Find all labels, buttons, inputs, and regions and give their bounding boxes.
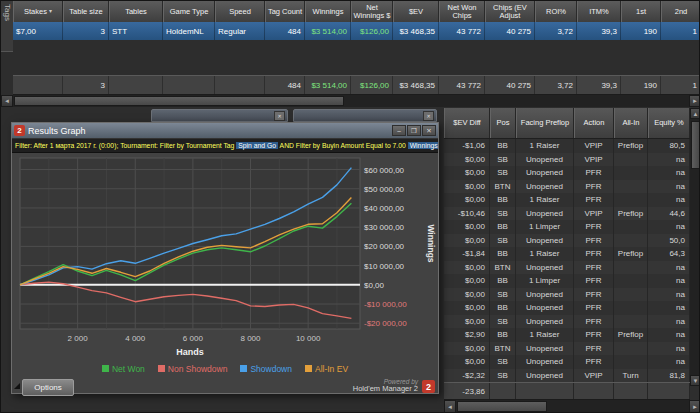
options-button[interactable]: Options [22, 379, 74, 396]
ev-table-row[interactable]: $0,00BB1 LimperPFRna [444, 274, 690, 288]
ev-column-header-action[interactable]: Action [574, 108, 614, 138]
top-table-horizontal-scrollbar[interactable]: ◄ ► [1, 95, 700, 107]
column-header-net-won-chips[interactable]: Net Won Chips [439, 1, 485, 22]
ev-column-header-all-in[interactable]: All-In [614, 108, 648, 138]
ev-cell: PFR [574, 261, 614, 275]
scroll-right-icon[interactable]: ► [689, 400, 700, 413]
column-header-roi[interactable]: ROI% [535, 1, 577, 22]
ev-table-row[interactable]: $0,00SBUnopenedPFRna [444, 288, 690, 302]
ev-table-row[interactable]: $0,00SBUnopenedVPIPna [444, 153, 690, 167]
stakes-row-cell[interactable]: $3 468,35 [393, 22, 439, 40]
ev-table-row[interactable]: $0,00BBUnopenedPFRna [444, 301, 690, 315]
ev-table-row[interactable]: $0,00BTNUnopenedPFRna [444, 342, 690, 356]
ev-table-row[interactable]: -$1,84BB1 RaiserPFRPreflop64,3 [444, 247, 690, 261]
resize-grip-icon[interactable] [14, 383, 20, 389]
stakes-row-cell[interactable]: $7,00 [13, 22, 63, 40]
ev-table-row[interactable]: $0,00BTNUnopenedPFRna [444, 261, 690, 275]
ev-cell: na [648, 180, 690, 194]
ev-cell: SB [490, 288, 516, 302]
stakes-table-totals-row: 3484$3 514,00$126,00$3 468,3543 77240 27… [13, 75, 700, 95]
legend-item-all-in-ev[interactable]: All-In EV [305, 364, 348, 374]
ev-table-row[interactable]: -$1,06BB1 RaiserVPIPPreflop80,5 [444, 139, 690, 153]
y-tick-label: $10 000,00 [364, 262, 405, 271]
ev-table-row[interactable]: $0,00SBUnopenedPFR50,0 [444, 234, 690, 248]
ev-cell: na [648, 301, 690, 315]
scrollbar-thumb[interactable] [14, 96, 344, 106]
maximize-icon[interactable]: ❐ [407, 125, 421, 136]
column-header-itm[interactable]: ITM% [577, 1, 621, 22]
ev-table-vertical-scrollbar[interactable]: ▲ ▼ [690, 108, 700, 386]
stakes-row-cell[interactable]: 190 [621, 22, 661, 40]
ev-column-header-pos[interactable]: Pos [490, 108, 516, 138]
stakes-row-cell[interactable]: 40 275 [485, 22, 535, 40]
ev-cell [614, 274, 648, 288]
ev-column-header-equity[interactable]: Equity % [648, 108, 690, 138]
scroll-left-icon[interactable]: ◄ [444, 400, 456, 413]
scroll-left-icon[interactable]: ◄ [1, 95, 13, 107]
legend-item-net-won[interactable]: Net Won [102, 364, 145, 374]
ev-cell: na [648, 274, 690, 288]
column-header-game-type[interactable]: Game Type [163, 1, 215, 22]
column-header-net-winnings[interactable]: Net Winnings $ [351, 1, 393, 22]
ev-table-row[interactable]: $2,90BB1 RaiserPFRPreflopna [444, 328, 690, 342]
minimize-icon[interactable]: – [392, 125, 406, 136]
stakes-row-cell[interactable]: 43 772 [439, 22, 485, 40]
column-header-chips-ev-adjust[interactable]: Chips (EV Adjust [485, 1, 535, 22]
stakes-row-cell[interactable]: 484 [265, 22, 305, 40]
close-icon[interactable]: ✕ [274, 111, 285, 121]
ev-table-row[interactable]: $0,00BTNUnopenedPFRna [444, 180, 690, 194]
ev-cell: Preflop [614, 139, 648, 153]
ev-table-row[interactable]: $0,00BB1 RaiserPFRna [444, 193, 690, 207]
y-tick-label: $0,00 [364, 281, 385, 290]
stakes-row-cell[interactable]: 39,3 [577, 22, 621, 40]
results-graph-titlebar[interactable]: 2 Results Graph – ❐ ✕ [12, 123, 438, 139]
background-window-titlebar[interactable]: ✕ [293, 109, 437, 122]
ev-table-row[interactable]: $0,00SBUnopenedPFRna [444, 166, 690, 180]
ev-column-header-facing-preflop[interactable]: Facing Preflop [516, 108, 574, 138]
ev-table-row[interactable]: $0,00SBUnopenedPFRna [444, 355, 690, 369]
column-header-2nd[interactable]: 2nd [661, 1, 700, 22]
stakes-row-cell[interactable]: 3,72 [535, 22, 577, 40]
column-header-table-size[interactable]: Table size [63, 1, 109, 22]
legend-label: Net Won [112, 364, 145, 374]
ev-table-horizontal-scrollbar[interactable]: ◄ ► [444, 400, 700, 413]
stakes-dropdown-icon[interactable]: ▾ [49, 8, 52, 14]
close-icon[interactable]: ✕ [422, 125, 436, 136]
stakes-row-cell[interactable]: $126,00 [351, 22, 393, 40]
column-header-tables[interactable]: Tables [109, 1, 163, 22]
ev-table-row[interactable]: -$2,32SBUnopenedVPIPTurn81,8 [444, 369, 690, 383]
column-header-stakes[interactable]: Stakes▾ [13, 1, 63, 22]
ev-column-header-ev-diff[interactable]: $EV Diff [444, 108, 490, 138]
scrollbar-thumb[interactable] [691, 121, 700, 169]
legend-swatch-icon [158, 365, 165, 372]
ev-table-row[interactable]: $0,00SBUnopenedPFRna [444, 315, 690, 329]
ev-table-row[interactable]: -$10,46SBUnopenedVPIPPreflop44,6 [444, 207, 690, 221]
column-header-ev[interactable]: $EV [393, 1, 439, 22]
ev-cell: 64,3 [648, 247, 690, 261]
stakes-row-cell[interactable]: HoldemNL [163, 22, 215, 40]
scroll-down-icon[interactable]: ▼ [690, 375, 700, 386]
ev-cell: 1 Limper [516, 220, 574, 234]
stakes-row-cell[interactable]: Regular [215, 22, 265, 40]
stakes-row-cell[interactable]: $3 514,00 [305, 22, 351, 40]
scrollbar-thumb[interactable] [457, 401, 547, 412]
background-window-titlebar[interactable]: ✕ [151, 109, 288, 122]
ev-table-row[interactable]: $0,00BB1 LimperPFRna [444, 220, 690, 234]
scroll-up-icon[interactable]: ▲ [690, 108, 700, 119]
stakes-row-cell[interactable]: 1 [661, 22, 700, 40]
stakes-row-cell[interactable]: 3 [63, 22, 109, 40]
ev-cell: VPIP [574, 207, 614, 221]
ev-cell: $0,00 [444, 153, 490, 167]
column-header-1st[interactable]: 1st [621, 1, 661, 22]
column-header-winnings[interactable]: Winnings [305, 1, 351, 22]
column-header-tag-count[interactable]: Tag Count [265, 1, 305, 22]
filter-text: Filter: After 1 марта 2017 г. (0:00); To… [15, 142, 236, 149]
stakes-table-selected-row[interactable]: $7,003STTHoldemNLRegular484$3 514,00$126… [13, 22, 700, 41]
scroll-right-icon[interactable]: ► [689, 95, 700, 107]
close-icon[interactable]: ✕ [423, 111, 434, 121]
legend-item-non-showdown[interactable]: Non Showdown [158, 364, 228, 374]
column-header-speed[interactable]: Speed [215, 1, 265, 22]
legend-item-showdown[interactable]: Showdown [240, 364, 292, 374]
stakes-row-cell[interactable]: STT [109, 22, 163, 40]
ev-cell: na [648, 166, 690, 180]
